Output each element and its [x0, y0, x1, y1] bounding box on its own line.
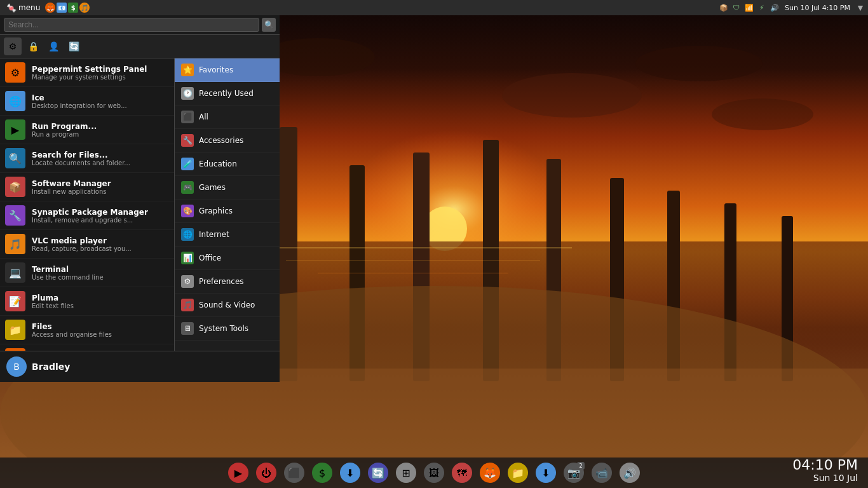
clock-date: Sun 10 Jul	[792, 473, 858, 483]
app-icon: 📁	[5, 320, 25, 340]
taskbar-item-power[interactable]: ⏻	[253, 459, 280, 486]
menu-tab-users[interactable]: 👤	[44, 37, 62, 55]
category-label: Games	[199, 183, 226, 192]
app-name: Files	[32, 322, 169, 331]
category-label: Office	[199, 254, 221, 262]
category-item[interactable]: 🌐 Internet	[175, 223, 280, 247]
menu-app-item[interactable]: ▶ Run Program... Run a program	[0, 116, 174, 144]
app-menu: 🔍 ⚙ 🔒 👤 🔄 ⚙ Peppermint Settings Panel Ma…	[0, 15, 280, 382]
firefox-panel-icon[interactable]: 🦊	[45, 3, 55, 13]
power-icon[interactable]: ⚡	[757, 3, 767, 13]
taskbar-item-finance[interactable]: $	[309, 459, 336, 486]
category-label: Internet	[199, 230, 229, 239]
menu-app-item[interactable]: 🔍 Search for Files... Locate documents a…	[0, 144, 174, 173]
media-play-icon: ▶	[228, 463, 248, 483]
menu-app-item[interactable]: 💻 Terminal Use the command line	[0, 259, 174, 287]
category-item[interactable]: 🧪 Education	[175, 152, 280, 176]
menu-app-item[interactable]: 📝 Pluma Edit text files	[0, 287, 174, 316]
download2-icon: ⬇	[536, 463, 556, 483]
category-item[interactable]: 🎨 Graphics	[175, 200, 280, 223]
taskbar-item-maps[interactable]: 🗺	[449, 459, 475, 486]
refresh-icon: 🔄	[368, 463, 388, 483]
menu-user-bar[interactable]: B Bradley	[0, 351, 280, 382]
category-label: Graphics	[199, 207, 233, 215]
menu-app-item[interactable]: 📁 Files Access and organise files	[0, 316, 174, 344]
search-button[interactable]: 🔍	[262, 18, 276, 32]
taskbar-item-download2[interactable]: ⬇	[532, 459, 559, 486]
app-info: Peppermint Settings Panel Manage your sy…	[32, 65, 169, 81]
menu-app-item[interactable]: ⚙ Peppermint Settings Panel Manage your …	[0, 58, 174, 87]
peppermint-logo-icon: 🍬	[6, 3, 17, 13]
taskbar-item-grid[interactable]: ⊞	[393, 459, 419, 486]
app-desc: Read, capture, broadcast you...	[32, 245, 169, 252]
category-icon: 🔧	[181, 134, 194, 147]
menu-tab-lock[interactable]: 🔒	[24, 37, 42, 55]
category-item[interactable]: 📊 Office	[175, 247, 280, 270]
taskbar-item-files[interactable]: 📁	[505, 459, 531, 486]
taskbar-item-camera[interactable]: 📹	[588, 459, 615, 486]
category-item[interactable]: ⚙ Preferences	[175, 270, 280, 294]
app-info: Synaptic Package Manager Install, remove…	[32, 208, 169, 224]
firefox-icon: 🦊	[480, 463, 500, 483]
shield-icon[interactable]: 🛡	[731, 3, 742, 13]
menu-button[interactable]: 🍬 menu	[3, 2, 44, 14]
app-desc: Use the command line	[32, 274, 169, 281]
menu-app-item[interactable]: 🔧 Synaptic Package Manager Install, remo…	[0, 201, 174, 230]
taskbar-badge: 2	[577, 462, 585, 470]
clock-time: 04:10 PM	[792, 457, 858, 473]
power-icon: ⏻	[256, 463, 276, 483]
volume-icon: 🔊	[620, 463, 640, 483]
app-desc: Install new applications	[32, 188, 169, 195]
display-icon: ⬛	[284, 463, 304, 483]
finance-icon: $	[312, 463, 332, 483]
wallpaper-icon: 🖼	[424, 463, 444, 483]
top-panel: 🍬 menu 🦊 📧 $ 🎵 📦 🛡 📶 ⚡ 🔊 Sun 10 Jul 4:10…	[0, 0, 868, 15]
app-info: Terminal Use the command line	[32, 265, 169, 281]
menu-app-item[interactable]: 📦 Software Manager Install new applicati…	[0, 173, 174, 201]
menu-tab-settings[interactable]: ⚙	[4, 37, 22, 55]
category-icon: 🎮	[181, 181, 194, 194]
datetime[interactable]: Sun 10 Jul 4:10 PM	[782, 4, 853, 12]
category-icon: 🖥	[181, 322, 194, 335]
category-item[interactable]: 🎵 Sound & Video	[175, 294, 280, 317]
app-info: Software Manager Install new application…	[32, 179, 169, 195]
money-panel-icon[interactable]: $	[68, 3, 78, 13]
category-item[interactable]: ⭐ Favorites	[175, 58, 280, 82]
user-avatar: B	[6, 356, 27, 377]
taskbar-item-display[interactable]: ⬛	[281, 459, 308, 486]
category-item[interactable]: 🖥 System Tools	[175, 317, 280, 341]
menu-tab-refresh[interactable]: 🔄	[65, 37, 83, 55]
dropbox-icon[interactable]: 📦	[719, 3, 729, 13]
category-item[interactable]: 🎮 Games	[175, 176, 280, 200]
taskbar-item-refresh[interactable]: 🔄	[365, 459, 391, 486]
category-icon: 🕐	[181, 87, 194, 100]
taskbar-item-download[interactable]: ⬇	[337, 459, 363, 486]
category-item[interactable]: 🕐 Recently Used	[175, 82, 280, 105]
taskbar-item-media-play[interactable]: ▶	[225, 459, 252, 486]
taskbar-item-volume[interactable]: 🔊	[616, 459, 643, 486]
category-label: All	[199, 112, 208, 121]
category-item[interactable]: ⬛ All	[175, 105, 280, 129]
taskbar-item-wallpaper[interactable]: 🖼	[421, 459, 447, 486]
taskbar-item-screenshot[interactable]: 📷 2	[560, 459, 587, 486]
menu-app-item[interactable]: 🦊 Firefox Web Browser Browse the World W…	[0, 344, 174, 351]
menu-app-item[interactable]: 🎵 VLC media player Read, capture, broadc…	[0, 230, 174, 259]
category-icon: 🎵	[181, 299, 194, 311]
menu-search-input[interactable]	[4, 18, 259, 32]
panel-expand-icon[interactable]: ▼	[855, 3, 865, 13]
volume-icon[interactable]: 🔊	[770, 3, 780, 13]
app-icon: 📝	[5, 291, 25, 311]
app-icon: 💻	[5, 262, 25, 283]
taskbar-item-firefox[interactable]: 🦊	[477, 459, 503, 486]
app-name: Terminal	[32, 265, 169, 274]
network-icon[interactable]: 📶	[744, 3, 754, 13]
email-panel-icon[interactable]: 📧	[57, 3, 67, 13]
category-icon: ⬛	[181, 111, 194, 123]
app-icon: 🌐	[5, 91, 25, 111]
menu-search-bar: 🔍	[0, 15, 280, 35]
vlc-panel-icon[interactable]: 🎵	[79, 3, 90, 13]
app-desc: Run a program	[32, 131, 169, 138]
category-item[interactable]: 🔧 Accessories	[175, 129, 280, 152]
menu-category-list: ⭐ Favorites 🕐 Recently Used ⬛ All 🔧 Acce…	[175, 58, 280, 351]
menu-app-item[interactable]: 🌐 Ice Desktop integration for web...	[0, 87, 174, 116]
